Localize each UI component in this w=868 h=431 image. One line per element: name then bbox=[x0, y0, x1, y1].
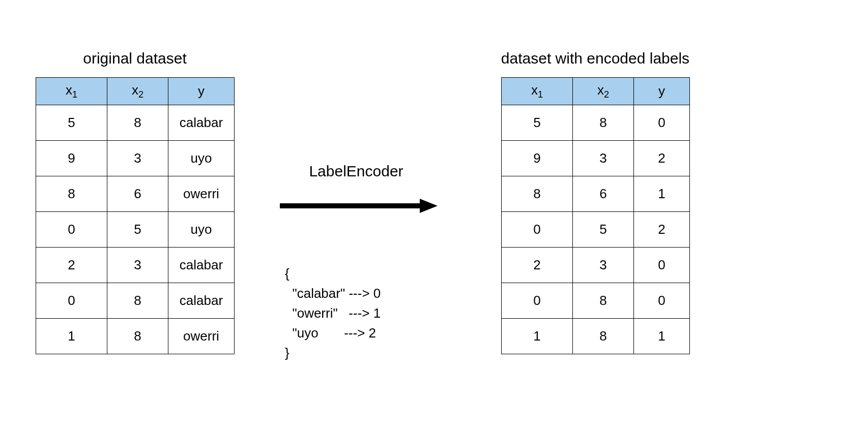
table-row: 052 bbox=[502, 212, 690, 248]
cell: calabar bbox=[168, 283, 235, 319]
cell: 5 bbox=[573, 212, 634, 248]
cell: 3 bbox=[573, 141, 634, 176]
cell: 3 bbox=[107, 248, 168, 283]
table-header-row: x1 x2 y bbox=[36, 78, 235, 105]
right-table-title: dataset with encoded labels bbox=[478, 50, 712, 67]
cell: uyo bbox=[168, 141, 235, 176]
cell: 8 bbox=[573, 319, 634, 354]
col-header-x1-text: x bbox=[531, 82, 538, 98]
col-header-x2-sub: 2 bbox=[138, 89, 143, 100]
cell: 1 bbox=[502, 319, 573, 354]
cell: 0 bbox=[634, 248, 690, 283]
original-dataset-table: x1 x2 y 58calabar 93uyo 86owerri 05uyo 2… bbox=[36, 77, 235, 354]
table-row: 08calabar bbox=[36, 283, 235, 319]
encoder-label: LabelEncoder bbox=[275, 163, 438, 180]
col-header-x2-text: x bbox=[597, 82, 604, 98]
cell: 5 bbox=[107, 212, 168, 248]
mapping-line: "uyo ---> 2 bbox=[285, 325, 376, 341]
table-row: 861 bbox=[502, 176, 690, 212]
cell: 1 bbox=[36, 319, 107, 354]
cell: 8 bbox=[573, 105, 634, 141]
cell: calabar bbox=[168, 105, 235, 141]
cell: 1 bbox=[634, 319, 690, 354]
cell: 6 bbox=[107, 176, 168, 212]
table-row: 93uyo bbox=[36, 141, 235, 176]
col-header-x1: x1 bbox=[502, 78, 573, 105]
cell: 8 bbox=[573, 283, 634, 319]
table-row: 230 bbox=[502, 248, 690, 283]
mapping-line: "owerri" ---> 1 bbox=[285, 305, 381, 321]
mapping-open: { bbox=[285, 266, 290, 281]
col-header-y: y bbox=[168, 78, 235, 105]
left-table-title: original dataset bbox=[36, 50, 234, 67]
cell: 0 bbox=[634, 105, 690, 141]
cell: 0 bbox=[36, 212, 107, 248]
col-header-x2-sub: 2 bbox=[604, 89, 609, 100]
cell: 2 bbox=[634, 141, 690, 176]
col-header-x1-sub: 1 bbox=[538, 89, 543, 100]
col-header-x2: x2 bbox=[107, 78, 168, 105]
cell: 0 bbox=[36, 283, 107, 319]
table-row: 58calabar bbox=[36, 105, 235, 141]
table-row: 23calabar bbox=[36, 248, 235, 283]
arrow-right-icon bbox=[275, 196, 438, 216]
table-row: 932 bbox=[502, 141, 690, 176]
cell: 2 bbox=[36, 248, 107, 283]
cell: 0 bbox=[502, 212, 573, 248]
col-header-x1-text: x bbox=[66, 82, 72, 98]
table-row: 181 bbox=[502, 319, 690, 354]
col-header-y: y bbox=[634, 78, 690, 105]
cell: 2 bbox=[502, 248, 573, 283]
cell: 8 bbox=[107, 105, 168, 141]
table-row: 86owerri bbox=[36, 176, 235, 212]
cell: 6 bbox=[573, 176, 634, 212]
table-row: 080 bbox=[502, 283, 690, 319]
cell: 2 bbox=[634, 212, 690, 248]
cell: 0 bbox=[634, 283, 690, 319]
cell: 5 bbox=[502, 105, 573, 141]
cell: owerri bbox=[168, 176, 235, 212]
table-row: 580 bbox=[502, 105, 690, 141]
cell: 3 bbox=[107, 141, 168, 176]
cell: 8 bbox=[107, 319, 168, 354]
cell: 9 bbox=[502, 141, 573, 176]
table-header-row: x1 x2 y bbox=[502, 78, 690, 105]
cell: 8 bbox=[107, 283, 168, 319]
encoding-mapping: { "calabar" ---> 0 "owerri" ---> 1 "uyo … bbox=[285, 244, 381, 363]
cell: uyo bbox=[168, 212, 235, 248]
col-header-x2-text: x bbox=[132, 82, 138, 98]
cell: 9 bbox=[36, 141, 107, 176]
cell: 5 bbox=[36, 105, 107, 141]
cell: calabar bbox=[168, 248, 235, 283]
col-header-x2: x2 bbox=[573, 78, 634, 105]
cell: 1 bbox=[634, 176, 690, 212]
table-row: 18owerri bbox=[36, 319, 235, 354]
mapping-close: } bbox=[285, 345, 290, 360]
table-row: 05uyo bbox=[36, 212, 235, 248]
cell: 3 bbox=[573, 248, 634, 283]
col-header-x1-sub: 1 bbox=[72, 89, 77, 100]
cell: 8 bbox=[36, 176, 107, 212]
mapping-line: "calabar" ---> 0 bbox=[285, 286, 381, 301]
cell: 0 bbox=[502, 283, 573, 319]
svg-marker-1 bbox=[420, 199, 438, 213]
cell: 8 bbox=[502, 176, 573, 212]
encoded-dataset-table: x1 x2 y 580 932 861 052 230 080 181 bbox=[501, 77, 690, 354]
col-header-x1: x1 bbox=[36, 78, 107, 105]
cell: owerri bbox=[168, 319, 235, 354]
